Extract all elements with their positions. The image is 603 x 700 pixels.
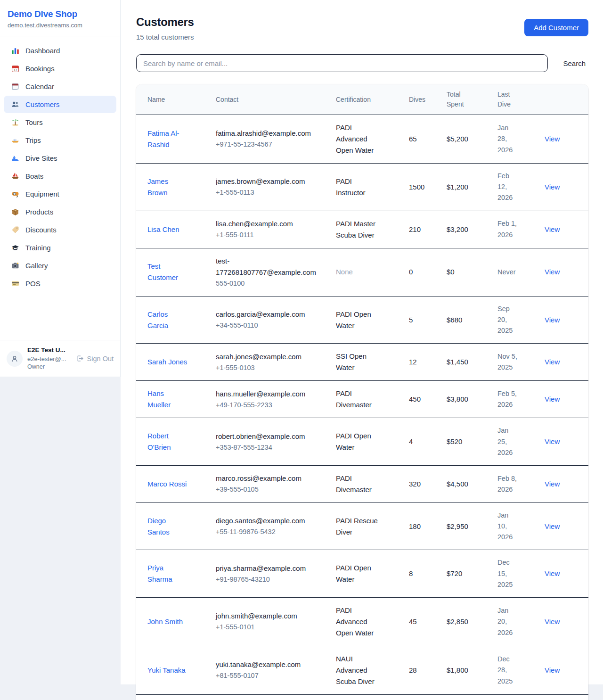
customer-dives: 8 (409, 561, 447, 586)
sidebar-nav: Dashboard 17 Bookings Calendar Customers… (0, 36, 120, 340)
sidebar-item-label: POS (25, 280, 41, 288)
customer-name-link[interactable]: Robert O'Brien (147, 430, 189, 453)
wave-icon (11, 154, 19, 162)
sidebar-item-tours[interactable]: Tours (4, 114, 116, 131)
customer-last-dive: Nov 5, 2025 (497, 344, 525, 380)
view-link[interactable]: View (545, 395, 560, 403)
view-link[interactable]: View (545, 522, 560, 530)
customer-phone: +49-170-555-2233 (216, 400, 328, 411)
customer-name-link[interactable]: Marco Rossi (147, 478, 187, 490)
view-link[interactable]: View (545, 135, 560, 143)
sidebar: Demo Dive Shop demo.test.divestreams.com… (0, 0, 121, 377)
customer-name-link[interactable]: Hans Mueller (147, 388, 189, 411)
customer-dives: 4 (409, 429, 447, 454)
sidebar-item-customers[interactable]: Customers (4, 96, 116, 113)
customer-certification: PADI Open Water (336, 302, 390, 338)
table-row: Priya Sharma priya.sharma@example.com +9… (136, 550, 588, 597)
sidebar-item-training[interactable]: Training (4, 239, 116, 256)
add-customer-button[interactable]: Add Customer (524, 19, 588, 36)
customer-dives: 5 (409, 307, 447, 333)
main-content: Customers 15 total customers Add Custome… (121, 0, 603, 684)
view-link[interactable]: View (545, 666, 560, 674)
search-input[interactable] (136, 54, 548, 72)
customer-name-link[interactable]: Lisa Chen (147, 224, 179, 235)
customer-total-spent: $3,800 (447, 387, 497, 412)
column-header-dives: Dives (409, 90, 447, 110)
customer-total-spent: $2,950 (447, 514, 497, 539)
sidebar-item-pos[interactable]: POS (4, 275, 116, 292)
view-link[interactable]: View (545, 183, 560, 191)
sidebar-item-gallery[interactable]: Gallery (4, 257, 116, 274)
customer-dives: 450 (409, 387, 447, 412)
customer-email: priya.sharma@example.com (216, 563, 317, 574)
column-header-certification: Certification (336, 90, 409, 110)
table-row: Hans Mueller hans.mueller@example.com +4… (136, 380, 588, 418)
sidebar-item-label: Calendar (25, 82, 54, 91)
user-email: e2e-tester@... (27, 355, 66, 363)
customer-total-spent: $520 (447, 429, 497, 454)
customer-total-spent: $3,200 (447, 217, 497, 242)
search-button[interactable]: Search (560, 58, 588, 69)
table-row: Sarah Jones sarah.jones@example.com +1-5… (136, 343, 588, 380)
customer-name-link[interactable]: Fatima Al-Rashid (147, 128, 189, 150)
table-body: Fatima Al-Rashid fatima.alrashid@example… (136, 115, 588, 700)
people-icon (11, 100, 19, 108)
customer-name-link[interactable]: Yuki Tanaka (147, 665, 186, 676)
table-header-row: NameContactCertificationDivesTotal Spent… (136, 84, 588, 115)
brand-title[interactable]: Demo Dive Shop (8, 9, 113, 19)
customer-dives: 45 (409, 609, 447, 634)
sign-out-label: Sign Out (87, 355, 114, 362)
customer-name-link[interactable]: Test Customer (147, 261, 189, 283)
sidebar-item-discounts[interactable]: Discounts (4, 221, 116, 239)
view-link[interactable]: View (545, 268, 560, 276)
customer-name-link[interactable]: Diego Santos (147, 515, 189, 538)
customer-phone: +39-555-0105 (216, 484, 328, 495)
brand: Demo Dive Shop demo.test.divestreams.com (0, 0, 120, 36)
customer-total-spent: $1,200 (447, 174, 497, 200)
view-link[interactable]: View (545, 437, 560, 445)
view-link[interactable]: View (545, 225, 560, 233)
page-title: Customers (136, 16, 194, 29)
sidebar-item-label: Bookings (25, 65, 55, 73)
customer-phone: +91-98765-43210 (216, 574, 328, 585)
customer-last-dive: Jan 10, 2026 (497, 503, 525, 550)
view-link[interactable]: View (545, 316, 560, 324)
customer-email: carlos.garcia@example.com (216, 309, 317, 320)
customer-name-link[interactable]: John Smith (147, 616, 183, 627)
customer-dives: 210 (409, 217, 447, 242)
view-link[interactable]: View (545, 480, 560, 488)
column-header-contact: Contact (216, 90, 336, 110)
customer-phone: +1-555-0103 (216, 362, 328, 373)
user-section: E2E Test U... e2e-tester@... Owner Sign … (0, 340, 120, 377)
sidebar-item-label: Trips (25, 136, 41, 144)
customer-certification: PADI Divemaster (336, 466, 390, 502)
user-role: Owner (27, 363, 66, 371)
table-row: Yuki Tanaka yuki.tanaka@example.com +81-… (136, 646, 588, 694)
sidebar-item-calendar[interactable]: Calendar (4, 78, 116, 95)
calendar-pad-icon (11, 82, 19, 91)
customer-name-link[interactable]: James Brown (147, 176, 189, 198)
sign-out-button[interactable]: Sign Out (76, 354, 114, 362)
view-link[interactable]: View (545, 618, 560, 626)
customer-name-link[interactable]: Sarah Jones (147, 356, 187, 368)
sidebar-item-trips[interactable]: Trips (4, 132, 116, 149)
customer-last-dive: Feb 12, 2026 (497, 164, 525, 211)
sidebar-item-products[interactable]: Products (4, 203, 116, 221)
search-bar: Search (136, 54, 588, 72)
view-link[interactable]: View (545, 569, 560, 577)
customer-name-link[interactable]: Priya Sharma (147, 562, 189, 585)
table-row: Robert O'Brien robert.obrien@example.com… (136, 418, 588, 465)
column-header-actions (545, 94, 577, 105)
brand-domain: demo.test.divestreams.com (8, 22, 113, 29)
person-icon (10, 354, 19, 363)
sidebar-item-equipment[interactable]: Equipment (4, 185, 116, 203)
view-link[interactable]: View (545, 358, 560, 366)
sidebar-item-boats[interactable]: Boats (4, 167, 116, 185)
sidebar-item-dashboard[interactable]: Dashboard (4, 42, 116, 59)
sidebar-item-bookings[interactable]: 17 Bookings (4, 60, 116, 77)
table-row: Fatima Al-Rashid fatima.alrashid@example… (136, 115, 588, 163)
sidebar-item-dive-sites[interactable]: Dive Sites (4, 149, 116, 167)
package-icon (11, 208, 19, 216)
camera-icon (11, 262, 19, 270)
customer-name-link[interactable]: Carlos Garcia (147, 309, 189, 331)
